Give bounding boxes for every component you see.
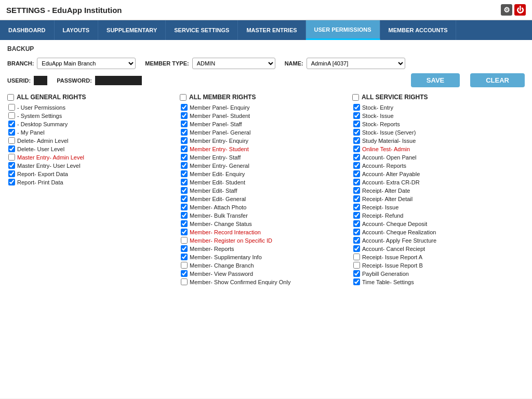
member-rights-checkbox-2[interactable] [181,121,188,127]
service-rights-checkbox-2[interactable] [353,121,360,127]
save-button[interactable]: SAVE [411,73,460,87]
member-rights-label-4: Member Entry- Enquiry [190,138,248,144]
service-rights-col: ALL SERVICE RIGHTS Stock- EntryStock- Is… [352,94,525,287]
member-rights-list: Member Panel- EnquiryMember Panel- Stude… [180,104,347,285]
general-rights-checkbox-6[interactable] [8,154,15,161]
service-rights-checkbox-3[interactable] [353,129,360,136]
name-select[interactable]: AdminA [4037] [307,58,405,69]
member-rights-item: Member Panel- Student [180,112,347,119]
general-rights-label-2: - Desktop Summary [17,121,68,127]
gear-icon[interactable]: ⚙ [501,4,512,16]
service-rights-checkbox-12[interactable] [353,204,360,210]
nav-supplementary[interactable]: SUPPLEMENTARY [98,20,166,40]
service-rights-checkbox-9[interactable] [353,179,360,185]
service-rights-checkbox-13[interactable] [353,212,360,219]
member-rights-checkbox-20[interactable] [181,270,188,277]
all-general-rights-checkbox[interactable] [7,94,14,101]
member-rights-checkbox-16[interactable] [181,237,188,244]
service-rights-checkbox-8[interactable] [353,170,360,177]
service-rights-checkbox-5[interactable] [353,145,360,152]
member-rights-checkbox-5[interactable] [181,145,188,152]
general-rights-checkbox-8[interactable] [8,170,15,177]
member-rights-item: Member Panel- Staff [180,121,347,127]
nav-layouts[interactable]: LAYOUTS [55,20,99,40]
service-rights-checkbox-16[interactable] [353,237,360,244]
service-rights-label-3: Stock- Issue (Server) [362,129,416,136]
general-rights-item: Report- Print Data [7,179,175,185]
member-rights-item: Member Edit- Student [180,179,347,185]
service-rights-checkbox-15[interactable] [353,229,360,235]
general-rights-checkbox-3[interactable] [8,129,15,136]
service-rights-checkbox-20[interactable] [353,270,360,277]
member-rights-checkbox-6[interactable] [181,154,188,161]
form-row-2: USERID: PASSWORD: SAVE CLEAR [7,73,525,87]
service-rights-label-4: Study Material- Issue [362,138,416,144]
general-rights-checkbox-7[interactable] [8,162,15,169]
member-rights-checkbox-12[interactable] [181,204,188,210]
all-member-rights-checkbox[interactable] [180,94,187,101]
member-rights-checkbox-9[interactable] [181,179,188,185]
all-service-rights-checkbox[interactable] [352,94,359,101]
nav-user-permissions[interactable]: USER PERMISSIONS [306,20,380,40]
nav-dashboard[interactable]: DASHBOARD [0,20,55,40]
member-rights-checkbox-1[interactable] [181,112,188,119]
service-rights-item: Receipt- Alter Date [352,187,520,194]
member-rights-checkbox-15[interactable] [181,229,188,235]
service-rights-checkbox-1[interactable] [353,112,360,119]
member-rights-checkbox-17[interactable] [181,245,188,252]
general-rights-checkbox-9[interactable] [8,179,15,185]
member-type-select[interactable]: ADMIN [192,58,275,69]
member-rights-label-5: Member Entry- Student [190,146,249,152]
service-rights-checkbox-19[interactable] [353,262,360,269]
member-rights-checkbox-10[interactable] [181,187,188,194]
service-rights-checkbox-17[interactable] [353,245,360,252]
service-rights-checkbox-21[interactable] [353,278,360,285]
service-rights-checkbox-4[interactable] [353,137,360,144]
service-rights-checkbox-6[interactable] [353,154,360,161]
branch-field: BRANCH: EduApp Main Branch [7,58,136,69]
nav-master-entries[interactable]: MASTER ENTRIES [238,20,305,40]
member-rights-checkbox-0[interactable] [181,104,188,111]
member-rights-checkbox-4[interactable] [181,137,188,144]
member-rights-checkbox-19[interactable] [181,262,188,269]
member-rights-label-17: Member- Reports [190,246,234,252]
member-rights-checkbox-7[interactable] [181,162,188,169]
service-rights-checkbox-7[interactable] [353,162,360,169]
service-rights-checkbox-0[interactable] [353,104,360,111]
member-rights-checkbox-13[interactable] [181,212,188,219]
general-rights-checkbox-2[interactable] [8,121,15,127]
service-rights-checkbox-11[interactable] [353,195,360,202]
general-rights-label-8: Report- Export Data [17,171,68,177]
clear-button[interactable]: CLEAR [470,73,525,87]
member-rights-checkbox-8[interactable] [181,170,188,177]
member-rights-item: Member Panel- General [180,129,347,136]
service-rights-checkbox-10[interactable] [353,187,360,194]
member-rights-checkbox-3[interactable] [181,129,188,136]
service-rights-label-7: Account- Reports [362,163,406,169]
general-rights-checkbox-4[interactable] [8,137,15,144]
general-rights-list: - User Permissions- System Settings- Des… [7,104,175,185]
member-rights-checkbox-11[interactable] [181,195,188,202]
password-field: PASSWORD: [57,76,142,85]
service-rights-label-13: Receipt- Refund [362,212,404,219]
general-rights-checkbox-1[interactable] [8,112,15,119]
member-rights-checkbox-14[interactable] [181,220,188,227]
nav-service-settings[interactable]: SERVICE SETTINGS [166,20,238,40]
general-rights-checkbox-5[interactable] [8,145,15,152]
member-rights-checkbox-18[interactable] [181,254,188,260]
general-rights-item: Report- Export Data [7,170,175,177]
power-icon[interactable]: ⏻ [514,4,526,16]
general-rights-label-0: - User Permissions [17,104,65,111]
nav-member-accounts[interactable]: MEMBER ACCOUNTS [380,20,457,40]
member-rights-item: Member- Change Branch [180,262,347,269]
branch-select[interactable]: EduApp Main Branch [37,58,136,69]
member-rights-checkbox-21[interactable] [181,278,188,285]
member-rights-label-16: Member- Register on Specific ID [190,237,272,244]
service-rights-item: Account- Cancel Reciept [352,245,520,252]
general-rights-checkbox-0[interactable] [8,104,15,111]
member-rights-header: ALL MEMBER RIGHTS [180,94,347,101]
member-rights-label-9: Member Edit- Student [190,179,245,185]
userid-value [34,76,47,85]
service-rights-checkbox-14[interactable] [353,220,360,227]
service-rights-checkbox-18[interactable] [353,254,360,260]
